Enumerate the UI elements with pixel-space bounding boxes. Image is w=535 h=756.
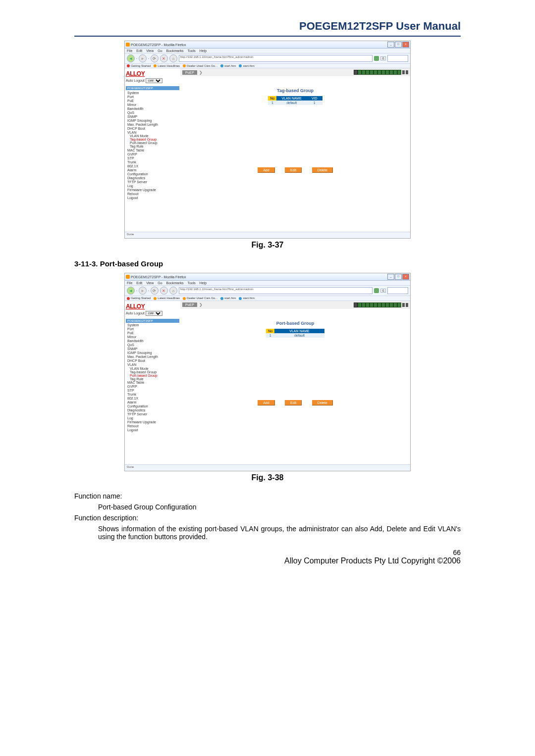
nav-trunk[interactable]: Trunk bbox=[126, 393, 179, 397]
nav-firmware[interactable]: Firmware Upgrade bbox=[126, 420, 179, 424]
bookmark-headlines[interactable]: Latest Headlines bbox=[154, 297, 180, 300]
stop-button[interactable]: ✕ bbox=[160, 287, 168, 295]
bookmark-start1[interactable]: start.htm bbox=[220, 297, 236, 300]
go-button[interactable] bbox=[374, 288, 379, 293]
edit-button[interactable]: Edit bbox=[285, 167, 302, 173]
nav-bandwidth[interactable]: Bandwidth bbox=[126, 106, 179, 110]
back-button[interactable]: ◄ bbox=[127, 54, 135, 62]
nav-qos[interactable]: QoS bbox=[126, 343, 179, 347]
edit-button[interactable]: Edit bbox=[285, 400, 302, 405]
bookmark-getting-started[interactable]: Getting Started bbox=[127, 297, 151, 300]
forward-button[interactable]: ► bbox=[139, 287, 147, 295]
nav-logout[interactable]: Logout bbox=[126, 196, 179, 200]
search-input[interactable] bbox=[387, 55, 408, 62]
bookmark-start2[interactable]: start.htm bbox=[239, 297, 254, 300]
bookmark-headlines[interactable]: Latest Headlines bbox=[154, 64, 180, 67]
nav-stp[interactable]: STP bbox=[126, 389, 179, 393]
nav-bandwidth[interactable]: Bandwidth bbox=[126, 339, 179, 343]
nav-snmp[interactable]: SNMP bbox=[126, 347, 179, 351]
nav-8021x[interactable]: 802.1X bbox=[126, 397, 179, 401]
table-row[interactable]: 1 default bbox=[266, 333, 324, 338]
nav-port-based-group[interactable]: Port-based Group bbox=[126, 374, 179, 377]
nav-poe[interactable]: PoE bbox=[126, 331, 179, 335]
auto-logout-select[interactable]: OFF bbox=[146, 78, 162, 83]
menu-go[interactable]: Go bbox=[158, 49, 162, 52]
add-button[interactable]: Add bbox=[258, 400, 274, 405]
nav-maxpkt[interactable]: Max. Packet Length bbox=[126, 355, 179, 359]
menu-tools[interactable]: Tools bbox=[187, 49, 195, 52]
forward-button[interactable]: ► bbox=[139, 54, 147, 62]
bookmark-dealer[interactable]: Dealer Used Cars Do... bbox=[183, 64, 217, 67]
bookmark-start2[interactable]: start.htm bbox=[239, 64, 254, 67]
nav-vlan[interactable]: VLAN bbox=[126, 130, 179, 134]
nav-vlan-mode[interactable]: VLAN Mode bbox=[126, 134, 179, 138]
search-input[interactable] bbox=[387, 287, 408, 294]
nav-mac-table[interactable]: MAC Table bbox=[126, 381, 179, 385]
bookmark-getting-started[interactable]: Getting Started bbox=[127, 64, 151, 67]
nav-tftp[interactable]: TFTP Server bbox=[126, 180, 179, 184]
url-input[interactable]: http://192.168.1.10/main_frame.htm?first… bbox=[179, 55, 373, 62]
nav-system[interactable]: System bbox=[126, 91, 179, 95]
nav-logout[interactable]: Logout bbox=[126, 428, 179, 432]
nav-port[interactable]: Port bbox=[126, 327, 179, 331]
nav-maxpkt[interactable]: Max. Packet Length bbox=[126, 122, 179, 126]
menu-go[interactable]: Go bbox=[158, 281, 162, 285]
nav-reboot[interactable]: Reboot bbox=[126, 424, 179, 428]
nav-mac-table[interactable]: MAC Table bbox=[126, 148, 179, 152]
nav-config[interactable]: Configuration bbox=[126, 172, 179, 176]
reload-button[interactable]: ⟳ bbox=[151, 54, 159, 62]
nav-tftp[interactable]: TFTP Server bbox=[126, 412, 179, 416]
add-button[interactable]: Add bbox=[258, 167, 274, 173]
menu-help[interactable]: Help bbox=[200, 49, 207, 52]
nav-tag-based-group[interactable]: Tag-based Group bbox=[126, 370, 179, 374]
auto-logout-select[interactable]: OFF bbox=[146, 311, 162, 316]
menu-edit[interactable]: Edit bbox=[136, 281, 142, 285]
nav-dhcp[interactable]: DHCP Boot bbox=[126, 126, 179, 130]
nav-mirror[interactable]: Mirror bbox=[126, 335, 179, 339]
nav-alarm[interactable]: Alarm bbox=[126, 168, 179, 172]
nav-diag[interactable]: Diagnostics bbox=[126, 176, 179, 180]
search-engine-select[interactable]: G bbox=[380, 289, 386, 293]
menu-view[interactable]: View bbox=[146, 49, 154, 52]
menu-tools[interactable]: Tools bbox=[187, 281, 195, 285]
nav-stp[interactable]: STP bbox=[126, 156, 179, 160]
minimize-button[interactable]: _ bbox=[387, 274, 394, 280]
nav-vlan[interactable]: VLAN bbox=[126, 363, 179, 367]
delete-button[interactable]: Delete bbox=[312, 167, 333, 173]
back-button[interactable]: ◄ bbox=[127, 287, 135, 295]
nav-gvrp[interactable]: GVRP bbox=[126, 385, 179, 389]
maximize-button[interactable]: □ bbox=[395, 274, 402, 280]
home-button[interactable]: ⌂ bbox=[169, 287, 177, 295]
nav-port-based-group[interactable]: Port-based Group bbox=[126, 141, 179, 145]
nav-tag-based-group[interactable]: Tag-based Group bbox=[126, 138, 179, 141]
nav-diag[interactable]: Diagnostics bbox=[126, 408, 179, 412]
home-button[interactable]: ⌂ bbox=[169, 54, 177, 62]
nav-igmp[interactable]: IGMP Snooping bbox=[126, 118, 179, 122]
close-button[interactable]: × bbox=[402, 274, 409, 280]
menu-help[interactable]: Help bbox=[200, 281, 207, 285]
nav-log[interactable]: Log bbox=[126, 416, 179, 420]
nav-8021x[interactable]: 802.1X bbox=[126, 164, 179, 168]
bookmark-start1[interactable]: start.htm bbox=[220, 64, 236, 67]
search-engine-select[interactable]: G bbox=[380, 56, 386, 60]
nav-tag-rule[interactable]: Tag Rule bbox=[126, 145, 179, 148]
nav-gvrp[interactable]: GVRP bbox=[126, 152, 179, 156]
nav-alarm[interactable]: Alarm bbox=[126, 401, 179, 404]
stop-button[interactable]: ✕ bbox=[160, 54, 168, 62]
nav-qos[interactable]: QoS bbox=[126, 110, 179, 114]
nav-vlan-mode[interactable]: VLAN Mode bbox=[126, 367, 179, 370]
menu-file[interactable]: File bbox=[127, 281, 132, 285]
nav-system[interactable]: System bbox=[126, 323, 179, 327]
nav-tag-rule[interactable]: Tag Rule bbox=[126, 377, 179, 381]
menu-edit[interactable]: Edit bbox=[136, 49, 142, 52]
minimize-button[interactable]: _ bbox=[387, 42, 394, 48]
nav-dhcp[interactable]: DHCP Boot bbox=[126, 359, 179, 363]
menu-view[interactable]: View bbox=[146, 281, 154, 285]
nav-log[interactable]: Log bbox=[126, 184, 179, 188]
nav-config[interactable]: Configuration bbox=[126, 404, 179, 408]
reload-button[interactable]: ⟳ bbox=[151, 287, 159, 295]
nav-poe[interactable]: PoE bbox=[126, 99, 179, 102]
go-button[interactable] bbox=[374, 56, 379, 61]
maximize-button[interactable]: □ bbox=[395, 42, 402, 48]
menu-bookmarks[interactable]: Bookmarks bbox=[166, 281, 184, 285]
